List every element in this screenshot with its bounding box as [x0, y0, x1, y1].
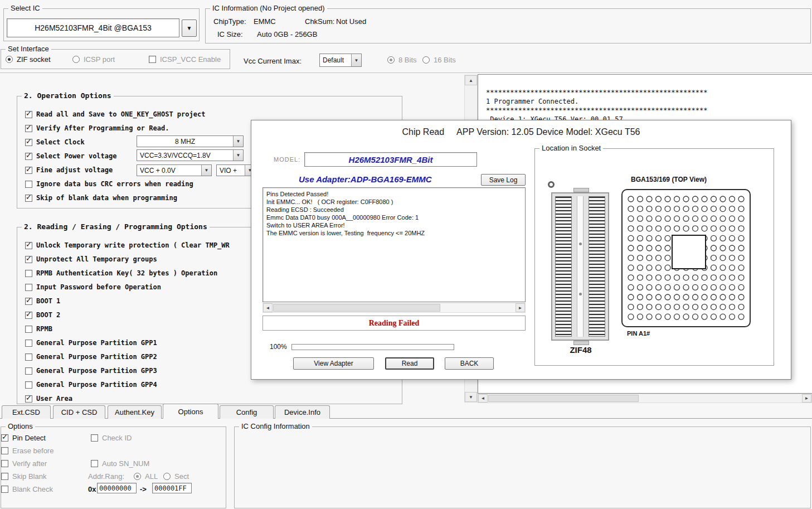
fine-adjust-checkbox[interactable] — [25, 167, 32, 174]
ic-info-title: IC Information (No Project opened) — [210, 4, 327, 12]
ic-select-dropdown-button[interactable]: ▼ — [182, 20, 197, 37]
addr-sect-radio[interactable] — [163, 473, 171, 480]
addr-range-label: Addr.Rang: — [88, 472, 124, 481]
tab-device-info[interactable]: Device.Info — [275, 405, 330, 419]
unprotect-groups-label: Unprotect All Temporary groups — [36, 255, 157, 263]
ic-select-combobox[interactable]: H26M52103FMR_4Bit @BGA153 — [7, 18, 179, 37]
operation-options-title: 2. Operation Options — [22, 91, 114, 100]
tab-options[interactable]: Options — [163, 404, 218, 419]
addr-all-radio[interactable] — [134, 473, 141, 480]
unlock-tmp-wp-label: Unlock Temporary write protection ( Clea… — [36, 241, 230, 249]
dialog-log-line: Reading ECSD : Succeeded — [266, 206, 344, 213]
auto-sn-checkbox[interactable] — [91, 460, 98, 467]
select-clock-label: Select Clock — [36, 138, 85, 146]
rpmb-checkbox[interactable] — [25, 326, 32, 333]
vio-adjust-combobox[interactable]: VIO + ▼ — [216, 164, 255, 176]
user-area-checkbox[interactable] — [25, 395, 32, 403]
tab-extcsd[interactable]: Ext.CSD — [2, 405, 51, 419]
read-button[interactable]: Read — [385, 357, 434, 370]
verify-after-row: Verify After Programming or Read. — [25, 124, 169, 133]
gpp3-checkbox[interactable] — [25, 367, 32, 375]
dialog-horizontal-scrollbar[interactable]: ◄ ► — [262, 303, 526, 313]
scroll-up-icon[interactable]: ▲ — [465, 75, 477, 85]
tab-config[interactable]: Config — [220, 405, 274, 419]
check-id-checkbox[interactable] — [91, 434, 98, 442]
skip-blank-checkbox[interactable] — [1, 473, 8, 480]
vcc-adjust-combobox[interactable]: VCC + 0.0V ▼ — [137, 164, 212, 176]
pin-detect-row: Pin Detect — [1, 433, 46, 442]
gpp1-row: General Purpose Partition GPP1 — [25, 338, 157, 347]
input-password-checkbox[interactable] — [25, 284, 32, 291]
boot1-checkbox[interactable] — [25, 298, 32, 305]
vcc-adjust-value: VCC + 0.0V — [137, 165, 201, 176]
main-horizontal-scrollbar[interactable]: ◄ ► — [478, 394, 812, 403]
boot2-checkbox[interactable] — [25, 312, 32, 319]
chevron-down-icon[interactable]: ▼ — [233, 136, 243, 147]
icsp-vcc-label: ICSP_VCC Enable — [160, 55, 221, 64]
read-all-save-row: Read all and Save to ONE_KEY_GHOST proje… — [25, 110, 205, 119]
auto-sn-label: Auto SN_NUM — [102, 459, 149, 468]
progress-bar — [291, 344, 454, 350]
gpp1-label: General Purpose Partition GPP1 — [36, 339, 157, 347]
chevron-down-icon[interactable]: ▼ — [351, 54, 361, 66]
unlock-tmp-wp-checkbox[interactable] — [25, 242, 32, 249]
vio-adjust-value: VIO + — [217, 165, 245, 176]
skip-blank-data-checkbox[interactable] — [25, 195, 32, 202]
vcc-current-combobox[interactable]: Default ▼ — [319, 54, 362, 67]
scroll-right-icon[interactable]: ► — [802, 394, 811, 403]
read-all-save-checkbox[interactable] — [25, 111, 32, 118]
rpmb-row: RPMB — [25, 324, 52, 333]
addr-to-input[interactable] — [152, 483, 192, 493]
boot1-row: BOOT 1 — [25, 297, 60, 306]
select-power-checkbox[interactable] — [25, 153, 32, 160]
skip-blank-row: Skip Blank — [1, 472, 46, 481]
rpmb-label: RPMB — [36, 325, 52, 333]
tab-authent-key[interactable]: Authent.Key — [108, 405, 162, 419]
ignore-crc-checkbox[interactable] — [25, 181, 32, 188]
addr-from-input[interactable] — [97, 483, 137, 493]
gpp2-checkbox[interactable] — [25, 353, 32, 361]
scroll-left-icon[interactable]: ◄ — [478, 394, 488, 403]
back-button[interactable]: BACK — [445, 357, 494, 370]
bits16-radio[interactable] — [422, 56, 430, 64]
chevron-down-icon[interactable]: ▼ — [201, 165, 211, 176]
scrollbar-thumb[interactable] — [488, 395, 639, 402]
view-adapter-button[interactable]: View Adapter — [293, 357, 374, 370]
power-voltage-combobox[interactable]: VCC=3.3V/VCCQ=1.8V ▼ — [137, 149, 244, 161]
ic-size-value: Auto 0GB - 256GB — [257, 30, 317, 38]
location-in-socket-group: Location in Socket ZIF48 BGA153/169 (TOP… — [534, 148, 774, 366]
pin-a1-label: PIN A1# — [627, 330, 650, 337]
scroll-left-icon[interactable]: ◄ — [263, 303, 273, 312]
select-clock-checkbox[interactable] — [25, 139, 32, 146]
chevron-down-icon[interactable]: ▼ — [233, 150, 243, 161]
verify-after-bottom-checkbox[interactable] — [1, 460, 8, 467]
skip-blank-data-label: Skip of blank data when programming — [36, 194, 177, 202]
chksum-label: ChkSum: — [305, 17, 334, 26]
scroll-right-icon[interactable]: ► — [516, 303, 525, 312]
icsp-vcc-checkbox[interactable] — [149, 56, 156, 63]
verify-after-checkbox[interactable] — [25, 125, 32, 132]
gpp4-checkbox[interactable] — [25, 381, 32, 389]
bits8-radio[interactable] — [387, 56, 395, 64]
addr-arrow-label: -> — [140, 485, 147, 493]
gpp1-checkbox[interactable] — [25, 340, 32, 347]
ic-config-title: IC Config Information — [239, 422, 312, 430]
zif-socket-radio[interactable] — [6, 56, 13, 63]
clock-combobox[interactable]: 8 MHZ ▼ — [137, 135, 244, 147]
scrollbar-thumb[interactable] — [273, 304, 440, 312]
zif-dot — [579, 293, 582, 295]
save-log-button[interactable]: Save Log — [481, 174, 526, 186]
blank-check-row: Blank Check — [1, 484, 53, 493]
tab-cid-csd[interactable]: CID + CSD — [53, 405, 105, 419]
progress-label: 100% — [270, 343, 287, 351]
unprotect-groups-checkbox[interactable] — [25, 256, 32, 263]
icsp-port-radio[interactable] — [72, 56, 80, 63]
set-interface-title: Set Interface — [6, 45, 51, 53]
rpmb-auth-key-checkbox[interactable] — [25, 270, 32, 277]
bits8-option: 8 Bits — [387, 55, 417, 64]
erase-before-checkbox[interactable] — [1, 447, 8, 454]
ignore-crc-row: Ignore data bus CRC errors when reading — [25, 180, 193, 188]
pin-detect-checkbox[interactable] — [1, 434, 8, 442]
scroll-down-icon[interactable]: ▼ — [465, 392, 477, 402]
blank-check-checkbox[interactable] — [1, 486, 8, 493]
